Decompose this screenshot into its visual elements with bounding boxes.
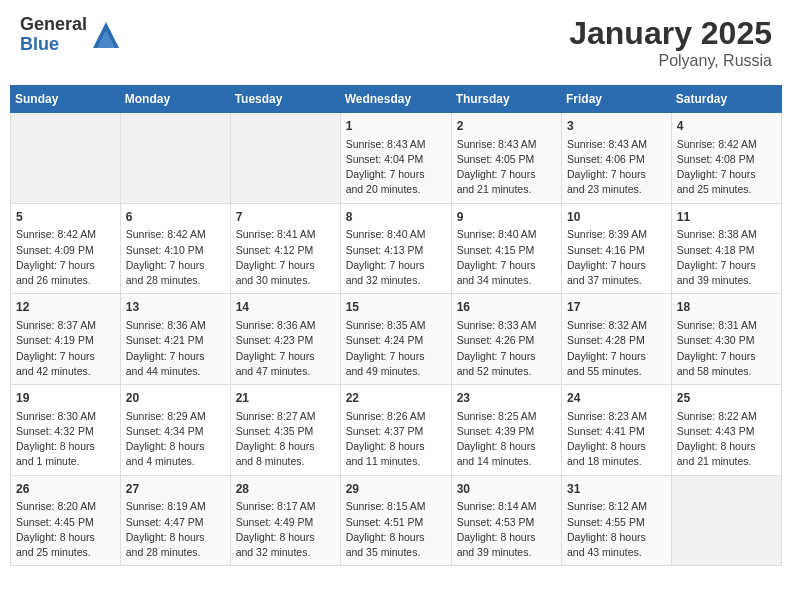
calendar-cell: 8Sunrise: 8:40 AM Sunset: 4:13 PM Daylig… <box>340 203 451 294</box>
calendar-cell <box>120 113 230 204</box>
month-title: January 2025 <box>569 15 772 52</box>
calendar-cell: 15Sunrise: 8:35 AM Sunset: 4:24 PM Dayli… <box>340 294 451 385</box>
calendar-cell: 22Sunrise: 8:26 AM Sunset: 4:37 PM Dayli… <box>340 385 451 476</box>
day-info: Sunrise: 8:39 AM Sunset: 4:16 PM Dayligh… <box>567 227 666 288</box>
calendar-cell: 28Sunrise: 8:17 AM Sunset: 4:49 PM Dayli… <box>230 475 340 566</box>
calendar-cell: 18Sunrise: 8:31 AM Sunset: 4:30 PM Dayli… <box>671 294 781 385</box>
day-info: Sunrise: 8:40 AM Sunset: 4:13 PM Dayligh… <box>346 227 446 288</box>
weekday-header-friday: Friday <box>562 86 672 113</box>
calendar-body: 1Sunrise: 8:43 AM Sunset: 4:04 PM Daylig… <box>11 113 782 566</box>
calendar-cell: 6Sunrise: 8:42 AM Sunset: 4:10 PM Daylig… <box>120 203 230 294</box>
day-number: 6 <box>126 209 225 226</box>
day-number: 29 <box>346 481 446 498</box>
day-info: Sunrise: 8:23 AM Sunset: 4:41 PM Dayligh… <box>567 409 666 470</box>
calendar-header: SundayMondayTuesdayWednesdayThursdayFrid… <box>11 86 782 113</box>
day-number: 14 <box>236 299 335 316</box>
day-number: 26 <box>16 481 115 498</box>
calendar-cell: 2Sunrise: 8:43 AM Sunset: 4:05 PM Daylig… <box>451 113 561 204</box>
calendar-cell: 19Sunrise: 8:30 AM Sunset: 4:32 PM Dayli… <box>11 385 121 476</box>
day-info: Sunrise: 8:36 AM Sunset: 4:21 PM Dayligh… <box>126 318 225 379</box>
day-info: Sunrise: 8:19 AM Sunset: 4:47 PM Dayligh… <box>126 499 225 560</box>
calendar-week-4: 19Sunrise: 8:30 AM Sunset: 4:32 PM Dayli… <box>11 385 782 476</box>
day-number: 15 <box>346 299 446 316</box>
day-number: 20 <box>126 390 225 407</box>
weekday-header-row: SundayMondayTuesdayWednesdayThursdayFrid… <box>11 86 782 113</box>
day-number: 11 <box>677 209 776 226</box>
day-info: Sunrise: 8:42 AM Sunset: 4:09 PM Dayligh… <box>16 227 115 288</box>
calendar-cell: 23Sunrise: 8:25 AM Sunset: 4:39 PM Dayli… <box>451 385 561 476</box>
day-info: Sunrise: 8:29 AM Sunset: 4:34 PM Dayligh… <box>126 409 225 470</box>
day-number: 25 <box>677 390 776 407</box>
calendar-cell: 14Sunrise: 8:36 AM Sunset: 4:23 PM Dayli… <box>230 294 340 385</box>
day-number: 3 <box>567 118 666 135</box>
day-number: 31 <box>567 481 666 498</box>
page-header: General Blue January 2025 Polyany, Russi… <box>10 10 782 75</box>
day-number: 7 <box>236 209 335 226</box>
calendar-cell: 9Sunrise: 8:40 AM Sunset: 4:15 PM Daylig… <box>451 203 561 294</box>
day-info: Sunrise: 8:12 AM Sunset: 4:55 PM Dayligh… <box>567 499 666 560</box>
calendar-cell: 12Sunrise: 8:37 AM Sunset: 4:19 PM Dayli… <box>11 294 121 385</box>
calendar-cell: 7Sunrise: 8:41 AM Sunset: 4:12 PM Daylig… <box>230 203 340 294</box>
calendar-cell: 21Sunrise: 8:27 AM Sunset: 4:35 PM Dayli… <box>230 385 340 476</box>
calendar-cell: 10Sunrise: 8:39 AM Sunset: 4:16 PM Dayli… <box>562 203 672 294</box>
day-info: Sunrise: 8:36 AM Sunset: 4:23 PM Dayligh… <box>236 318 335 379</box>
calendar-cell: 31Sunrise: 8:12 AM Sunset: 4:55 PM Dayli… <box>562 475 672 566</box>
calendar-week-1: 1Sunrise: 8:43 AM Sunset: 4:04 PM Daylig… <box>11 113 782 204</box>
calendar-cell: 20Sunrise: 8:29 AM Sunset: 4:34 PM Dayli… <box>120 385 230 476</box>
calendar-cell: 27Sunrise: 8:19 AM Sunset: 4:47 PM Dayli… <box>120 475 230 566</box>
day-number: 9 <box>457 209 556 226</box>
day-number: 21 <box>236 390 335 407</box>
day-info: Sunrise: 8:42 AM Sunset: 4:10 PM Dayligh… <box>126 227 225 288</box>
day-number: 27 <box>126 481 225 498</box>
calendar-cell: 5Sunrise: 8:42 AM Sunset: 4:09 PM Daylig… <box>11 203 121 294</box>
weekday-header-saturday: Saturday <box>671 86 781 113</box>
day-info: Sunrise: 8:41 AM Sunset: 4:12 PM Dayligh… <box>236 227 335 288</box>
day-number: 12 <box>16 299 115 316</box>
day-info: Sunrise: 8:43 AM Sunset: 4:06 PM Dayligh… <box>567 137 666 198</box>
day-info: Sunrise: 8:37 AM Sunset: 4:19 PM Dayligh… <box>16 318 115 379</box>
calendar-cell <box>230 113 340 204</box>
calendar-cell: 13Sunrise: 8:36 AM Sunset: 4:21 PM Dayli… <box>120 294 230 385</box>
day-number: 23 <box>457 390 556 407</box>
day-info: Sunrise: 8:20 AM Sunset: 4:45 PM Dayligh… <box>16 499 115 560</box>
calendar-cell: 17Sunrise: 8:32 AM Sunset: 4:28 PM Dayli… <box>562 294 672 385</box>
weekday-header-thursday: Thursday <box>451 86 561 113</box>
day-info: Sunrise: 8:32 AM Sunset: 4:28 PM Dayligh… <box>567 318 666 379</box>
day-info: Sunrise: 8:17 AM Sunset: 4:49 PM Dayligh… <box>236 499 335 560</box>
weekday-header-wednesday: Wednesday <box>340 86 451 113</box>
day-number: 24 <box>567 390 666 407</box>
calendar-cell: 11Sunrise: 8:38 AM Sunset: 4:18 PM Dayli… <box>671 203 781 294</box>
calendar-cell: 16Sunrise: 8:33 AM Sunset: 4:26 PM Dayli… <box>451 294 561 385</box>
day-info: Sunrise: 8:38 AM Sunset: 4:18 PM Dayligh… <box>677 227 776 288</box>
day-info: Sunrise: 8:35 AM Sunset: 4:24 PM Dayligh… <box>346 318 446 379</box>
calendar-cell: 25Sunrise: 8:22 AM Sunset: 4:43 PM Dayli… <box>671 385 781 476</box>
title-block: January 2025 Polyany, Russia <box>569 15 772 70</box>
calendar-cell: 1Sunrise: 8:43 AM Sunset: 4:04 PM Daylig… <box>340 113 451 204</box>
day-number: 22 <box>346 390 446 407</box>
day-number: 2 <box>457 118 556 135</box>
day-info: Sunrise: 8:14 AM Sunset: 4:53 PM Dayligh… <box>457 499 556 560</box>
day-info: Sunrise: 8:43 AM Sunset: 4:04 PM Dayligh… <box>346 137 446 198</box>
calendar-cell <box>11 113 121 204</box>
weekday-header-monday: Monday <box>120 86 230 113</box>
day-info: Sunrise: 8:27 AM Sunset: 4:35 PM Dayligh… <box>236 409 335 470</box>
calendar-cell <box>671 475 781 566</box>
logo: General Blue <box>20 15 121 55</box>
day-info: Sunrise: 8:15 AM Sunset: 4:51 PM Dayligh… <box>346 499 446 560</box>
day-info: Sunrise: 8:33 AM Sunset: 4:26 PM Dayligh… <box>457 318 556 379</box>
logo-blue-text: Blue <box>20 35 87 55</box>
weekday-header-sunday: Sunday <box>11 86 121 113</box>
day-number: 17 <box>567 299 666 316</box>
calendar-table: SundayMondayTuesdayWednesdayThursdayFrid… <box>10 85 782 566</box>
day-number: 10 <box>567 209 666 226</box>
day-number: 28 <box>236 481 335 498</box>
day-info: Sunrise: 8:25 AM Sunset: 4:39 PM Dayligh… <box>457 409 556 470</box>
day-number: 16 <box>457 299 556 316</box>
calendar-cell: 26Sunrise: 8:20 AM Sunset: 4:45 PM Dayli… <box>11 475 121 566</box>
day-number: 1 <box>346 118 446 135</box>
day-number: 4 <box>677 118 776 135</box>
calendar-cell: 3Sunrise: 8:43 AM Sunset: 4:06 PM Daylig… <box>562 113 672 204</box>
day-number: 30 <box>457 481 556 498</box>
calendar-cell: 29Sunrise: 8:15 AM Sunset: 4:51 PM Dayli… <box>340 475 451 566</box>
calendar-week-5: 26Sunrise: 8:20 AM Sunset: 4:45 PM Dayli… <box>11 475 782 566</box>
